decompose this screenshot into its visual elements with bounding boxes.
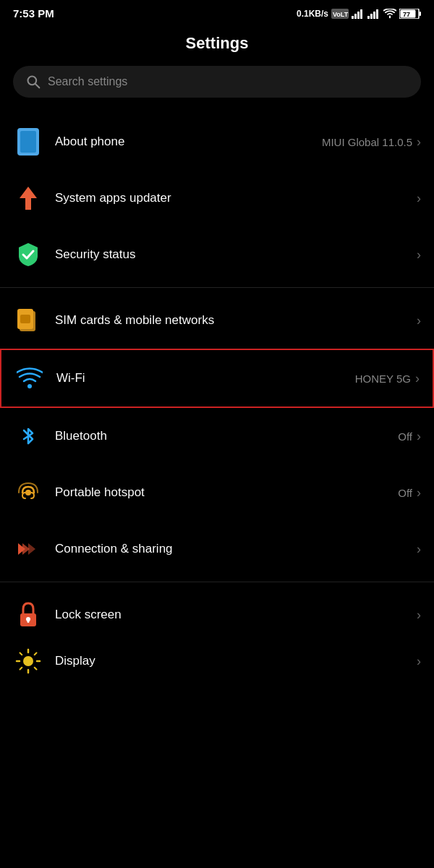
svg-rect-11 [420,12,422,16]
svg-point-22 [27,384,32,388]
sim-cards-chevron: › [417,313,421,328]
svg-line-15 [35,84,39,88]
settings-item-portable-hotspot[interactable]: Portable hotspot Off › [0,464,434,521]
lock-screen-label: Lock screen [55,608,412,622]
svg-text:VoLTE: VoLTE [333,11,349,18]
signal-bars-1-icon [352,9,365,19]
status-time: 7:53 PM [13,7,54,20]
svg-rect-6 [367,16,370,19]
system-apps-label: System apps updater [55,191,412,205]
bluetooth-value: Off [398,430,412,443]
divider-2 [0,582,434,582]
sim-icon [13,305,43,336]
svg-point-23 [25,490,31,495]
svg-rect-7 [370,14,373,19]
hotspot-chevron: › [417,485,421,501]
settings-item-wifi[interactable]: Wi-Fi HONEY 5G › [0,349,434,408]
status-right-icons: 0.1KB/s VoLTE [297,9,421,19]
connection-label: Connection & sharing [55,542,412,556]
lock-screen-chevron: › [417,608,421,623]
system-apps-chevron: › [417,191,421,206]
svg-rect-5 [360,9,362,19]
hotspot-value: Off [398,487,412,499]
svg-rect-21 [20,315,30,323]
display-chevron: › [417,654,421,669]
page-title: Settings [0,24,434,66]
settings-item-bluetooth[interactable]: Bluetooth Off › [0,408,434,464]
svg-rect-3 [354,14,357,19]
bluetooth-icon [13,421,43,451]
status-bar: 7:53 PM 0.1KB/s VoLTE [0,0,434,24]
settings-item-display[interactable]: Display › [0,643,434,679]
svg-rect-8 [373,12,375,19]
status-wifi-icon [383,9,396,19]
shield-check-icon [13,239,43,270]
settings-item-system-apps-updater[interactable]: System apps updater › [0,170,434,226]
status-speed: 0.1KB/s [297,9,328,19]
about-phone-value: MIUI Global 11.0.5 [322,136,412,148]
display-label: Display [55,654,412,668]
connection-icon [13,534,43,564]
hotspot-icon [13,477,43,508]
wifi-icon [14,363,45,393]
search-placeholder: Search settings [48,75,127,88]
connection-chevron: › [417,542,421,557]
search-bar[interactable]: Search settings [13,66,421,98]
svg-rect-17 [20,131,36,153]
hotspot-label: Portable hotspot [55,485,398,500]
settings-item-security-status[interactable]: Security status › [0,226,434,283]
svg-line-35 [20,653,22,655]
security-status-chevron: › [417,247,421,263]
svg-line-37 [35,653,37,655]
volte-icon: VoLTE [331,9,349,19]
phone-icon [13,127,43,157]
security-status-label: Security status [55,247,412,262]
svg-line-36 [35,668,37,670]
search-icon [26,75,41,89]
wifi-value: HONEY 5G [355,373,411,385]
wifi-label: Wi-Fi [56,371,355,386]
arrow-up-icon [13,183,43,213]
sim-cards-label: SIM cards & mobile networks [55,313,412,328]
settings-item-lock-screen[interactable]: Lock screen › [0,587,434,643]
wifi-chevron: › [415,371,420,386]
svg-text:77: 77 [403,11,410,18]
about-phone-chevron: › [417,135,421,150]
bluetooth-label: Bluetooth [55,429,398,443]
svg-marker-18 [20,187,37,210]
lock-icon [13,600,43,630]
settings-item-about-phone[interactable]: About phone MIUI Global 11.0.5 › [0,114,434,170]
settings-item-sim-cards[interactable]: SIM cards & mobile networks › [0,292,434,349]
svg-point-30 [23,656,33,666]
bluetooth-chevron: › [417,429,421,444]
divider-1 [0,287,434,288]
settings-item-connection-sharing[interactable]: Connection & sharing › [0,521,434,577]
svg-rect-2 [352,16,354,19]
signal-bars-2-icon [367,9,380,19]
svg-rect-9 [376,9,378,19]
svg-marker-26 [28,543,35,555]
svg-line-38 [20,668,22,670]
svg-rect-29 [27,619,30,623]
display-icon [13,646,43,676]
battery-icon: 77 [399,9,421,19]
svg-rect-4 [357,12,359,19]
about-phone-label: About phone [55,135,322,149]
